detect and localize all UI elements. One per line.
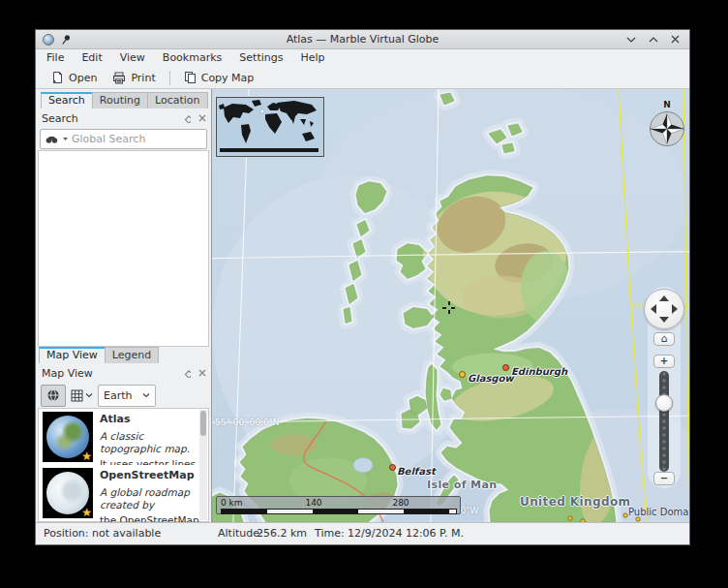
pan-right-arrow-icon[interactable] [672, 304, 678, 314]
print-button[interactable]: Print [105, 68, 163, 88]
search-options-chevron-icon[interactable] [62, 137, 69, 141]
statusbar: Position: not available Altitude: 256.2 … [36, 522, 689, 544]
city-label-glasgow[interactable]: Glasgow [468, 373, 514, 384]
menu-bookmarks[interactable]: Bookmarks [154, 49, 230, 67]
theme-thumbnail-openstreetmap: ★ [43, 468, 93, 518]
region-label-isle-of-man: Isle of Man [427, 479, 497, 491]
theme-thumbnail-atlas: ★ [43, 412, 93, 462]
overview-world-map[interactable] [216, 97, 324, 157]
latitude-label: 55° 00' 00.0"N [215, 418, 280, 427]
crosshair-cursor [442, 301, 455, 314]
status-time-value: 12/9/2024 12:06 P. M. [348, 527, 464, 540]
viewport-position-dot [260, 109, 264, 113]
theme-item-openstreetmap[interactable]: ★ OpenStreetMap A global roadmap created… [39, 465, 208, 524]
zoom-out-button[interactable]: − [653, 472, 675, 485]
status-position: Position: not available [44, 527, 161, 540]
status-altitude-value: 256.2 km [257, 527, 307, 540]
menubar: File Edit View Bookmarks Settings Help [36, 49, 689, 67]
region-label-united-kingdom: United Kingdom [520, 495, 631, 509]
zoom-slider-track[interactable] [659, 371, 669, 472]
attribution-label: Public Domain [628, 507, 689, 517]
scrollbar-thumb[interactable] [200, 411, 206, 436]
search-input[interactable]: Global Search [40, 129, 207, 149]
compass-north-label: N [645, 100, 689, 110]
projection-globe-button[interactable] [41, 385, 66, 407]
favorite-star-icon[interactable]: ★ [81, 449, 92, 463]
grid-icon [71, 389, 83, 402]
mapview-panel-title: Map View [42, 367, 93, 380]
compass-icon [645, 110, 689, 147]
menu-help[interactable]: Help [291, 49, 333, 67]
status-time-label: Time: [315, 527, 345, 540]
globe-projection-icon [46, 388, 60, 402]
toolbar-separator [169, 71, 170, 85]
menu-settings[interactable]: Settings [230, 49, 291, 67]
map-canvas[interactable]: 55° 00' 00.0"N 0.0"W Prime Meridian Glas… [212, 89, 689, 522]
zoom-in-button[interactable]: + [653, 355, 675, 368]
printer-icon [112, 72, 126, 84]
titlebar[interactable]: Atlas — Marble Virtual Globe [36, 30, 689, 49]
tab-search[interactable]: Search [41, 92, 93, 108]
zoom-slider-handle[interactable] [655, 394, 673, 412]
search-panel-header: Search [42, 108, 206, 128]
main-content: Search Routing Location Search Global Se… [36, 89, 689, 522]
city-marker-belfast[interactable] [389, 464, 396, 471]
open-button[interactable]: Open [44, 68, 105, 88]
menu-edit[interactable]: Edit [73, 49, 110, 67]
overview-continents [217, 98, 321, 154]
left-dock: Search Routing Location Search Global Se… [36, 89, 212, 522]
city-label-edinburgh[interactable]: Edinburgh [511, 366, 567, 377]
mapview-panel-header: Map View [42, 363, 206, 383]
binoculars-icon [46, 135, 59, 144]
theme-title: Atlas [100, 413, 202, 425]
theme-desc-line: A global roadmap created by [100, 486, 202, 511]
maximize-button[interactable] [649, 36, 658, 44]
copy-icon [184, 71, 197, 84]
mapview-dock-tabs: Map View Legend [39, 347, 158, 363]
float-panel-icon[interactable] [182, 369, 191, 378]
tab-legend[interactable]: Legend [105, 347, 159, 363]
graticule-grid-button[interactable] [71, 386, 93, 406]
compass-rose[interactable]: N [645, 100, 689, 148]
search-placeholder: Global Search [72, 133, 145, 145]
home-button[interactable]: ⌂ [653, 332, 675, 346]
float-panel-icon[interactable] [182, 114, 191, 123]
mapview-tools: Earth [41, 385, 156, 406]
close-button[interactable] [671, 35, 680, 44]
tab-location[interactable]: Location [147, 92, 208, 108]
marble-window: Atlas — Marble Virtual Globe File Edit V… [35, 29, 690, 545]
chevron-down-icon [85, 392, 93, 398]
tab-map-view[interactable]: Map View [39, 347, 106, 363]
window-title: Atlas — Marble Virtual Globe [36, 33, 689, 46]
pan-up-arrow-icon[interactable] [659, 295, 669, 301]
desktop-background: { "window": { "title": "Atlas — Marble V… [0, 0, 728, 588]
search-panel-title: Search [42, 112, 78, 125]
menu-view[interactable]: View [111, 49, 154, 67]
copy-map-button[interactable]: Copy Map [176, 68, 262, 88]
theme-list-scrollbar[interactable] [199, 410, 207, 520]
pan-left-arrow-icon[interactable] [651, 304, 656, 314]
open-document-icon [51, 71, 64, 84]
tab-routing[interactable]: Routing [92, 92, 148, 108]
city-marker-edinburgh[interactable] [502, 364, 509, 371]
city-label-belfast[interactable]: Belfast [397, 466, 436, 477]
map-theme-list: ★ Atlas A classic topographic map. It us… [38, 408, 209, 522]
pan-control[interactable] [644, 289, 684, 329]
theme-desc-line: It uses vector lines to mark [100, 458, 202, 465]
search-results-list[interactable] [38, 150, 209, 347]
close-panel-icon[interactable] [198, 369, 206, 377]
scale-label-0: 0 km [221, 498, 243, 508]
city-marker-glasgow[interactable] [459, 371, 466, 378]
scale-label-280: 280 [383, 498, 418, 508]
minimize-button[interactable] [626, 36, 636, 44]
close-panel-icon[interactable] [198, 114, 206, 122]
toolbar: Open Print Copy Map [36, 67, 689, 89]
celestial-body-select[interactable]: Earth [98, 385, 156, 407]
pan-down-arrow-icon[interactable] [659, 317, 669, 323]
favorite-star-icon[interactable]: ★ [81, 506, 92, 519]
scale-label-140: 140 [296, 498, 331, 508]
theme-title: OpenStreetMap [100, 469, 202, 481]
theme-item-atlas[interactable]: ★ Atlas A classic topographic map. It us… [39, 409, 208, 465]
search-dock-tabs: Search Routing Location [41, 92, 207, 108]
menu-file[interactable]: File [38, 49, 73, 67]
